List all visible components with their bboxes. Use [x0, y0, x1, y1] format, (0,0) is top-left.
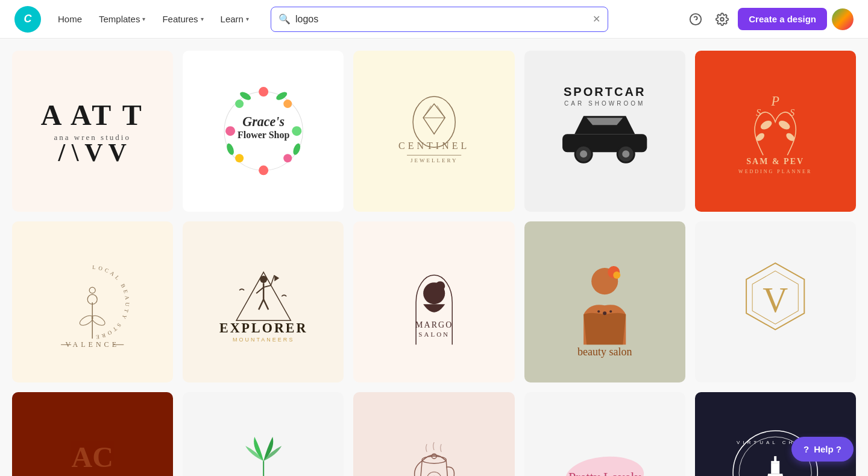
svg-rect-29 [562, 135, 647, 153]
template-card[interactable]: Pretty Lovely [524, 392, 685, 476]
svg-text:Flower Shop: Flower Shop [237, 130, 290, 141]
svg-point-36 [760, 119, 773, 131]
svg-point-83 [422, 456, 446, 463]
avatar-image [832, 8, 854, 30]
svg-text:SALON: SALON [418, 331, 450, 338]
template-card[interactable]: VIRTUAL CHESS CHECKMATE! [695, 392, 856, 476]
svg-point-10 [283, 154, 292, 163]
template-card[interactable]: Grace's Flower Shop [183, 51, 344, 212]
svg-line-60 [263, 299, 268, 309]
template-card[interactable]: CENTINEL JEWELLERY [353, 51, 514, 212]
svg-point-66 [435, 281, 445, 291]
svg-text:V: V [763, 281, 788, 320]
template-card[interactable]: P S S SAM & PEV WEDDING PLANNER [695, 51, 856, 212]
svg-point-55 [260, 276, 267, 283]
svg-point-71 [613, 271, 620, 279]
template-card[interactable]: MARGO SALON [353, 221, 514, 382]
svg-text:Grace's: Grace's [242, 115, 285, 130]
template-card[interactable]: A AT T ana wren studio / \ V V [12, 51, 173, 212]
svg-point-85 [427, 472, 441, 476]
template-card[interactable]: V [695, 221, 856, 382]
svg-point-37 [778, 119, 791, 131]
svg-point-14 [235, 100, 244, 109]
settings-icon-button[interactable] [711, 8, 733, 30]
svg-text:/ \ V V: / \ V V [58, 139, 127, 167]
template-card[interactable]: LOCAL BEAUTY STORE VALENCE [12, 221, 173, 382]
svg-point-11 [259, 166, 268, 176]
svg-text:SPORTCAR: SPORTCAR [564, 85, 646, 98]
svg-text:CAR SHOWROOM: CAR SHOWROOM [564, 101, 645, 107]
nav-item-learn[interactable]: Learn ▾ [213, 9, 256, 29]
svg-point-39 [785, 132, 796, 143]
svg-point-32 [580, 151, 587, 158]
svg-text:WEDDING PLANNER: WEDDING PLANNER [738, 170, 812, 175]
template-grid: A AT T ana wren studio / \ V V Grace's [0, 39, 868, 476]
svg-text:VALENCE: VALENCE [66, 340, 120, 349]
nav-item-templates[interactable]: Templates ▾ [92, 9, 153, 29]
svg-line-57 [256, 287, 263, 293]
svg-line-59 [259, 299, 263, 309]
svg-text:SAM & PEV: SAM & PEV [746, 157, 804, 167]
header-right: Create a design [685, 8, 854, 30]
svg-text:P: P [771, 94, 779, 109]
create-design-button[interactable]: Create a design [738, 8, 827, 30]
nav-item-home[interactable]: Home [51, 9, 89, 29]
svg-point-13 [225, 127, 235, 136]
svg-line-25 [437, 106, 445, 118]
main-header: C Home Templates ▾ Features ▾ Learn ▾ 🔍 … [0, 0, 868, 39]
svg-text:EXPLORER: EXPLORER [219, 320, 307, 335]
search-input[interactable] [295, 14, 588, 25]
help-button[interactable]: ? Help ? [791, 437, 854, 462]
svg-point-12 [235, 154, 244, 163]
svg-line-58 [263, 285, 271, 287]
chevron-down-icon: ▾ [201, 16, 204, 22]
svg-point-7 [259, 87, 268, 97]
svg-point-73 [597, 310, 600, 313]
chevron-down-icon: ▾ [142, 16, 145, 22]
search-clear-button[interactable]: ✕ [593, 13, 600, 25]
svg-text:MARGO: MARGO [415, 320, 453, 329]
svg-point-50 [90, 287, 96, 293]
svg-point-2 [721, 17, 725, 21]
svg-line-61 [271, 275, 274, 285]
help-icon-button[interactable] [685, 8, 706, 30]
svg-point-72 [603, 311, 606, 315]
svg-text:JEWELLERY: JEWELLERY [410, 158, 458, 164]
logo[interactable]: C [14, 6, 41, 33]
svg-marker-62 [274, 275, 279, 281]
question-icon: ? [804, 444, 809, 454]
svg-line-24 [423, 106, 431, 118]
template-card[interactable] [353, 392, 514, 476]
avatar[interactable] [832, 8, 854, 30]
template-card[interactable]: SPORTCAR CAR SHOWROOM [524, 51, 685, 212]
svg-point-33 [622, 151, 629, 158]
svg-point-8 [283, 100, 292, 109]
svg-text:AC: AC [72, 441, 113, 473]
svg-rect-92 [774, 456, 776, 463]
svg-text:S: S [790, 108, 794, 118]
svg-point-9 [292, 127, 301, 136]
template-card[interactable]: AC august studio [12, 392, 173, 476]
nav-item-features[interactable]: Features ▾ [155, 9, 210, 29]
template-card[interactable]: EXPLORER MOUNTANEERS [183, 221, 344, 382]
svg-text:beauty salon: beauty salon [577, 346, 632, 358]
search-bar: 🔍 ✕ [271, 7, 608, 32]
chevron-down-icon: ▾ [246, 16, 249, 22]
svg-text:CENTINEL: CENTINEL [398, 141, 470, 151]
svg-point-74 [609, 310, 612, 313]
svg-text:S: S [756, 108, 761, 118]
search-icon: 🔍 [278, 13, 291, 25]
template-card[interactable]: beauty salon [524, 221, 685, 382]
svg-marker-22 [423, 104, 445, 135]
svg-rect-93 [771, 463, 779, 474]
template-card[interactable]: GREATLEAF [183, 392, 344, 476]
logo-text: C [24, 13, 32, 25]
svg-text:MOUNTANEERS: MOUNTANEERS [233, 337, 294, 343]
svg-text:A AT T: A AT T [41, 100, 144, 132]
svg-point-38 [755, 132, 766, 143]
main-nav: Home Templates ▾ Features ▾ Learn ▾ [51, 9, 256, 29]
svg-text:LOCAL BEAUTY STORE: LOCAL BEAUTY STORE [92, 264, 131, 341]
svg-text:Pretty Lovely: Pretty Lovely [568, 470, 641, 476]
